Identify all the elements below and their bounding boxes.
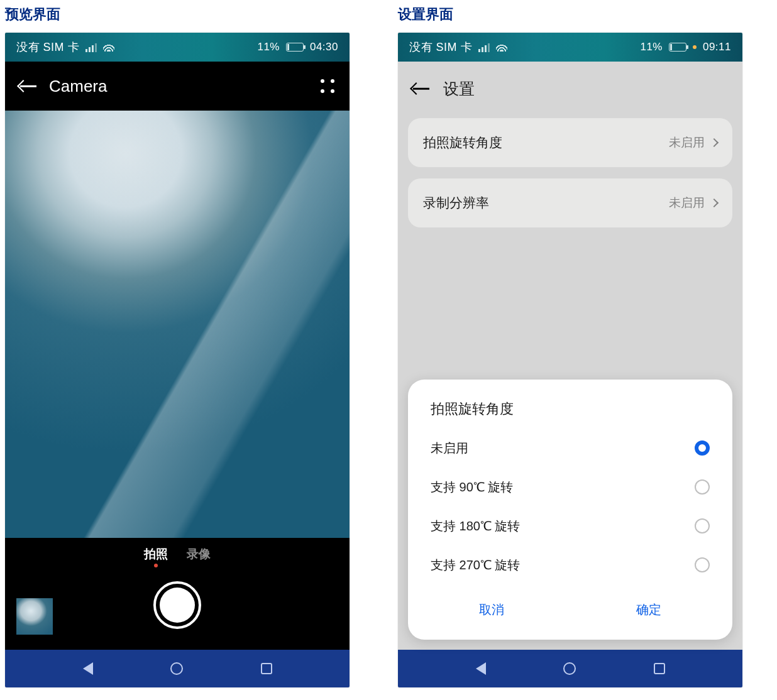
shutter-button[interactable] xyxy=(153,581,201,629)
fullscreen-icon[interactable] xyxy=(319,78,336,94)
camera-footer: 拍照 录像 xyxy=(5,538,350,650)
nav-recent-icon[interactable] xyxy=(654,663,665,674)
status-bar: 没有 SIM 卡 11% 04:30 xyxy=(5,33,350,62)
mode-video[interactable]: 录像 xyxy=(187,546,211,562)
settings-header: 设置 xyxy=(398,62,742,116)
back-icon[interactable] xyxy=(412,82,429,95)
option-180[interactable]: 支持 180℃ 旋转 xyxy=(413,506,727,545)
mode-selector[interactable]: 拍照 录像 xyxy=(5,538,350,571)
status-right: 11% 09:11 xyxy=(640,41,731,53)
nav-recent-icon[interactable] xyxy=(261,663,272,674)
camera-preview[interactable] xyxy=(5,111,350,538)
camera-header: Camera xyxy=(5,62,350,111)
option-90[interactable]: 支持 90℃ 旋转 xyxy=(413,468,727,506)
gallery-thumbnail[interactable] xyxy=(16,598,53,635)
setting-rotation-angle[interactable]: 拍照旋转角度 未启用 xyxy=(408,118,732,167)
nav-back-icon[interactable] xyxy=(83,662,93,675)
nav-home-icon[interactable] xyxy=(563,662,576,675)
preview-column: 预览界面 没有 SIM 卡 11% 04:30 Camer xyxy=(5,5,379,687)
nav-bar xyxy=(398,650,742,687)
settings-column: 设置界面 没有 SIM 卡 11% 09:11 xyxy=(398,5,772,687)
location-dot-icon xyxy=(693,45,697,49)
radio-icon xyxy=(695,557,710,572)
nav-home-icon[interactable] xyxy=(170,662,183,675)
clock: 04:30 xyxy=(310,41,338,53)
mode-photo[interactable]: 拍照 xyxy=(144,546,168,562)
option-disabled[interactable]: 未启用 xyxy=(413,429,727,468)
settings-caption: 设置界面 xyxy=(398,5,772,24)
phone-preview: 没有 SIM 卡 11% 04:30 Camera xyxy=(5,33,350,687)
camera-app: Camera 拍照 录像 xyxy=(5,62,350,650)
page-title: 设置 xyxy=(443,79,475,99)
status-left: 没有 SIM 卡 xyxy=(16,40,114,55)
nav-bar xyxy=(5,650,350,687)
option-label: 支持 90℃ 旋转 xyxy=(431,479,513,496)
sheet-title: 拍照旋转角度 xyxy=(413,400,727,429)
ok-button[interactable]: 确定 xyxy=(570,591,727,628)
settings-list: 拍照旋转角度 未启用 录制分辨率 未启用 xyxy=(398,116,742,230)
setting-record-resolution[interactable]: 录制分辨率 未启用 xyxy=(408,178,732,227)
app-title: Camera xyxy=(49,77,107,96)
wifi-icon xyxy=(103,43,114,52)
battery-icon xyxy=(669,43,686,52)
battery-icon xyxy=(286,43,304,52)
preview-caption: 预览界面 xyxy=(5,5,379,24)
nav-back-icon[interactable] xyxy=(476,662,486,675)
status-left: 没有 SIM 卡 xyxy=(409,40,507,55)
option-label: 支持 180℃ 旋转 xyxy=(431,518,520,535)
chevron-right-icon xyxy=(710,199,719,207)
sim-text: 没有 SIM 卡 xyxy=(16,40,79,55)
wifi-icon xyxy=(496,43,507,52)
status-bar: 没有 SIM 卡 11% 09:11 xyxy=(398,33,742,62)
setting-value: 未启用 xyxy=(669,134,705,151)
battery-percent: 11% xyxy=(257,41,280,53)
setting-label: 录制分辨率 xyxy=(423,194,489,212)
status-right: 11% 04:30 xyxy=(257,41,338,53)
radio-icon xyxy=(695,518,710,533)
battery-percent: 11% xyxy=(640,41,663,53)
clock: 09:11 xyxy=(703,41,731,53)
signal-icon xyxy=(85,42,97,52)
settings-app: 设置 拍照旋转角度 未启用 录制分辨率 未启用 xyxy=(398,62,742,650)
setting-label: 拍照旋转角度 xyxy=(423,134,502,151)
option-label: 未启用 xyxy=(431,440,468,457)
chevron-right-icon xyxy=(710,138,719,147)
sim-text: 没有 SIM 卡 xyxy=(409,40,472,55)
setting-value: 未启用 xyxy=(669,195,705,211)
option-270[interactable]: 支持 270℃ 旋转 xyxy=(413,545,727,584)
cancel-button[interactable]: 取消 xyxy=(413,591,570,628)
phone-settings: 没有 SIM 卡 11% 09:11 设置 xyxy=(398,33,742,687)
signal-icon xyxy=(478,42,490,52)
radio-selected-icon xyxy=(695,440,710,456)
radio-icon xyxy=(695,479,710,495)
camera-controls xyxy=(5,571,350,650)
option-label: 支持 270℃ 旋转 xyxy=(431,557,520,574)
back-icon[interactable] xyxy=(19,80,36,92)
sheet-buttons: 取消 确定 xyxy=(413,591,727,628)
rotation-sheet: 拍照旋转角度 未启用 支持 90℃ 旋转 支持 180℃ 旋转 支持 2 xyxy=(408,380,732,640)
